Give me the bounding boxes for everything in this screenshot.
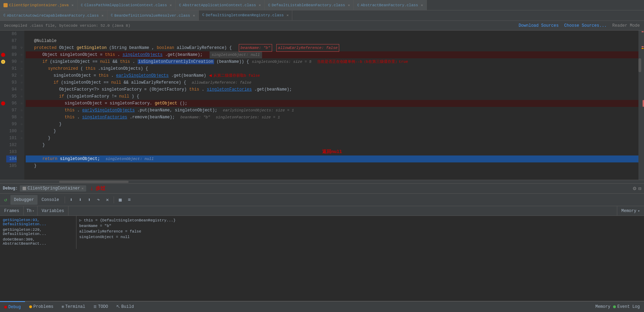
console-tab[interactable]: Console xyxy=(38,195,63,205)
debug-session-label: ClientSpringContainer xyxy=(27,186,80,191)
debug-session-icon xyxy=(23,187,26,190)
threads-label: Th xyxy=(26,209,31,213)
frames-btn[interactable]: ▦ xyxy=(116,196,124,204)
var-allow[interactable]: allowEarlyReference = false xyxy=(79,229,641,234)
bottom-tab-todo[interactable]: ☰ TODO xyxy=(89,301,112,312)
event-log-btn[interactable]: Event Log xyxy=(613,304,640,309)
code-line-97: this . earlySingletonObjects .put(beanNa… xyxy=(26,107,638,114)
hint-singletonobjects: singletonObjects: size = 5 xyxy=(252,58,312,65)
hint-beanname: beanName: "b" xyxy=(239,44,272,52)
memory-label: Memory xyxy=(621,209,636,213)
frames-panel: getSingleton:93, DefaultSingleton... get… xyxy=(0,216,76,249)
bottom-tab-problems[interactable]: Problems xyxy=(25,301,58,312)
tab6-close[interactable]: ✕ xyxy=(101,14,104,18)
tab-abstractautowire[interactable]: C AbstractAutowireCapableBeanFactory.cla… xyxy=(0,10,107,20)
bottom-tab-bar: Debug Problems ⊞ Terminal ☰ TODO ⛏ Build… xyxy=(0,301,644,312)
tab1-close[interactable]: ✕ xyxy=(72,3,74,7)
memory-status[interactable]: Memory xyxy=(595,304,610,309)
tab8-close[interactable]: ✕ xyxy=(286,13,288,17)
code-line-90: if (singletonObject == null && this . is… xyxy=(26,58,638,65)
decompiled-info: Decompiled .class file, bytecode version… xyxy=(4,24,130,28)
tab-client-spring[interactable]: ClientSpringContainer.java ✕ xyxy=(0,0,78,10)
hint-allowearlyreference: allowEarlyReference: false xyxy=(276,44,340,52)
debugger-label: Debugger xyxy=(14,197,34,202)
code-line-86 xyxy=(26,31,638,37)
tab-abstractapplication[interactable]: C AbstractApplicationContext.class ✕ xyxy=(176,0,264,10)
event-log-label: Event Log xyxy=(617,304,640,309)
frame-item-2[interactable]: getSingleton:229, DefaultSingleton... xyxy=(0,227,76,237)
tab3-close[interactable]: ✕ xyxy=(259,3,261,7)
horizontal-scrollbar[interactable] xyxy=(0,180,644,183)
bottom-tab-debug[interactable]: Debug xyxy=(0,301,25,312)
code-line-89: Object singletonObject = this . singleto… xyxy=(26,51,638,58)
editor-markers xyxy=(641,31,644,180)
comment-90: 当前是否正在创建单例--b（b在第三级缓存里）true xyxy=(317,58,408,65)
debug-session-tab[interactable]: ClientSpringContainer ✕ xyxy=(20,185,86,192)
bottom-problems-label: Problems xyxy=(33,304,54,309)
threads-tab[interactable]: Th ▾ xyxy=(24,206,37,216)
frames-tab[interactable]: Frames xyxy=(0,206,24,216)
tab-abstractbean[interactable]: C AbstractBeanFactory.class ✕ xyxy=(354,0,427,10)
var-singleton[interactable]: singletonObject = null xyxy=(79,234,641,240)
var-beanname[interactable]: beanName = "b" xyxy=(79,223,641,229)
terminal-icon: ⊞ xyxy=(62,305,64,309)
code-line-105: } xyxy=(26,162,638,169)
tab-bar-row2: C AbstractAutowireCapableBeanFactory.cla… xyxy=(0,10,644,21)
tab4-close[interactable]: ✕ xyxy=(348,3,350,7)
debug-panel-toggle[interactable]: ⊟ xyxy=(638,186,641,192)
debugger-tab[interactable]: Debugger xyxy=(10,195,38,205)
todo-icon: ☰ xyxy=(93,305,97,309)
tab-beandefinition[interactable]: C BeanDefinitionValueResolver.class ✕ xyxy=(107,10,199,20)
debug-content-area: getSingleton:93, DefaultSingleton... get… xyxy=(0,216,644,249)
debug-toolbar: ↺ Debugger Console ⬇ ⬇ ⬆ ↷ ✕ ▦ ≡ xyxy=(0,194,644,206)
code-line-98: this . singletonFactories .remove(beanNa… xyxy=(26,114,638,121)
tab1-label: ClientSpringContainer.java xyxy=(9,3,69,7)
tab2-close[interactable]: ✕ xyxy=(170,3,172,7)
tab5-close[interactable]: ✕ xyxy=(421,3,423,7)
run-to-cursor-btn[interactable]: ↷ xyxy=(94,196,103,204)
debug-session-close[interactable]: ✕ xyxy=(81,186,83,191)
stop-btn[interactable]: ✕ xyxy=(103,196,112,204)
frame-item-1[interactable]: getSingleton:93, DefaultSingleton... xyxy=(0,217,76,227)
tab3-label: AbstractApplicationContext.class xyxy=(182,3,256,7)
tab-defaultlistable[interactable]: C DefaultListableBeanFactory.class ✕ xyxy=(265,0,354,10)
step-over-btn[interactable]: ⬇ xyxy=(67,196,75,204)
debug-settings-btn[interactable]: ⚙ xyxy=(633,185,636,192)
tab5-label: AbstractBeanFactory.class xyxy=(361,3,418,7)
code-line-95: if (singletonFactory != null ) { xyxy=(26,93,638,100)
line-numbers: 86 87 88 89 90 91 92 93 94 95 96 97 98 9… xyxy=(6,31,19,180)
breakpoint-96 xyxy=(0,100,6,107)
class-icon4: C xyxy=(357,3,359,7)
bottom-tab-build[interactable]: ⛏ Build xyxy=(112,301,138,312)
tab4-label: DefaultListableBeanFactory.class xyxy=(272,3,345,7)
tab-defaultsingleton[interactable]: C DefaultSingletonBeanRegistry.class ✕ xyxy=(199,10,292,20)
hint-singletonobject: singletonObject: null xyxy=(210,51,262,58)
bottom-tab-terminal[interactable]: ⊞ Terminal xyxy=(58,301,90,312)
step-into-btn[interactable]: ⬇ xyxy=(76,196,84,204)
variables-tab[interactable]: Variables xyxy=(38,206,69,216)
step-out-btn[interactable]: ⬆ xyxy=(85,196,93,204)
tab-classpathxml[interactable]: C ClassPathXmlApplicationContext.class ✕ xyxy=(78,0,176,10)
memory-btn[interactable]: Memory ▾ xyxy=(617,206,644,216)
tab7-close[interactable]: ✕ xyxy=(193,14,195,18)
editor-area: ! 86 87 88 89 90 91 xyxy=(0,31,644,180)
var-item[interactable]: ▷ this = {DefaultSingletonBeanRegistry..… xyxy=(79,217,641,223)
info-bar: Decompiled .class file, bytecode version… xyxy=(0,21,644,31)
tab2-label: ClassPathXmlApplicationContext.class xyxy=(84,3,167,7)
choose-sources-link[interactable]: Choose Sources... xyxy=(564,23,606,28)
class-icon7: C xyxy=(202,13,204,17)
debug-arrow-icon: ↓ xyxy=(90,185,93,192)
frame-item-3[interactable]: doGetBean:309, AbstractBeanFact... xyxy=(0,237,76,246)
threads-btn[interactable]: ≡ xyxy=(125,196,133,204)
bottom-build-label: Build xyxy=(121,304,134,309)
variables-label: Variables xyxy=(42,209,64,213)
reader-mode-btn[interactable]: Reader Mode xyxy=(612,23,640,28)
editor-scrollbar[interactable] xyxy=(638,31,641,180)
download-sources-link[interactable]: Download Sources xyxy=(519,23,559,28)
restart-btn[interactable]: ↺ xyxy=(1,196,10,204)
debug-step-label: 步过 xyxy=(96,185,105,192)
class-icon6: C xyxy=(111,14,113,17)
debug-panel-tabs: Frames Th ▾ Variables Memory ▾ xyxy=(0,206,644,216)
class-icon3: C xyxy=(268,3,270,7)
event-log-dot xyxy=(613,305,616,308)
